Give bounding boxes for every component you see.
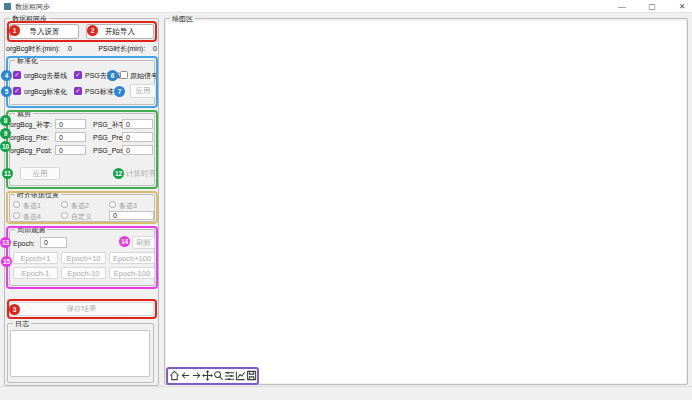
epoch-plus1-button[interactable]: Epoch+1 bbox=[13, 252, 58, 264]
badge-5: 5 bbox=[1, 86, 12, 97]
forward-icon[interactable] bbox=[191, 370, 202, 381]
badge-11: 11 bbox=[2, 168, 13, 179]
save-icon[interactable] bbox=[246, 370, 257, 381]
normalize-group-title: 标准化 bbox=[15, 57, 40, 65]
badge-9: 9 bbox=[0, 128, 11, 139]
option2-label: 备选2 bbox=[71, 201, 89, 210]
badge-15: 15 bbox=[1, 256, 12, 267]
option4-label: 备选4 bbox=[23, 212, 41, 221]
option3-label: 备选3 bbox=[119, 201, 137, 210]
orgbcg-detrend-label: orgBcg去基线 bbox=[24, 71, 67, 80]
raw-signal-label: 原始信号 bbox=[130, 71, 158, 80]
badge-6: 6 bbox=[107, 70, 118, 81]
orgbcg-pre-input[interactable]: 0 bbox=[55, 132, 86, 142]
badge-7: 7 bbox=[114, 86, 125, 97]
psg-zeropad-input[interactable]: 0 bbox=[122, 119, 153, 129]
minimize-button[interactable]: — bbox=[614, 1, 630, 12]
psg-norm-checkbox[interactable] bbox=[74, 87, 82, 95]
epoch-plus10-button[interactable]: Epoch+10 bbox=[61, 252, 106, 264]
subplots-icon[interactable] bbox=[224, 370, 235, 381]
local-group-title: 局部观测 bbox=[15, 226, 47, 234]
psg-duration-label: PSG时长(min): bbox=[98, 45, 145, 52]
pan-icon[interactable] bbox=[202, 370, 213, 381]
badge-10: 10 bbox=[0, 141, 11, 152]
epoch-input[interactable]: 0 bbox=[40, 237, 67, 248]
orgbcg-post-label: orgBcg_Post: bbox=[10, 146, 52, 155]
psg-pre-label: PSG_Pre: bbox=[93, 133, 125, 142]
option3-radio[interactable] bbox=[109, 201, 116, 208]
import-settings-button[interactable]: 导入设置 bbox=[10, 24, 79, 39]
epoch-minus1-button[interactable]: Epoch-1 bbox=[13, 267, 58, 279]
orgbcg-post-input[interactable]: 0 bbox=[55, 145, 86, 155]
option2-radio[interactable] bbox=[61, 201, 68, 208]
log-group-title: 日志 bbox=[13, 320, 31, 328]
badge-2: 2 bbox=[87, 25, 98, 36]
back-icon[interactable] bbox=[180, 370, 191, 381]
orgbcg-norm-checkbox[interactable] bbox=[13, 87, 21, 95]
epoch-label: Epoch: bbox=[13, 239, 35, 248]
app-window: 数据粗同步 — ▢ ✕ 数据粗同步 导入设置 开始导入 1 2 orgBcg时长… bbox=[0, 0, 692, 400]
normalize-group: 标准化 bbox=[9, 60, 155, 105]
orgbcg-pre-label: orgBcg_Pre: bbox=[10, 133, 49, 142]
left-panel-title: 数据粗同步 bbox=[10, 15, 49, 23]
orgbcg-detrend-checkbox[interactable] bbox=[13, 71, 21, 79]
home-icon[interactable] bbox=[169, 370, 180, 381]
titlebar: 数据粗同步 — ▢ ✕ bbox=[0, 0, 692, 13]
epoch-minus10-button[interactable]: Epoch-10 bbox=[61, 267, 106, 279]
psg-detrend-checkbox[interactable] bbox=[74, 71, 82, 79]
option4-radio[interactable] bbox=[13, 212, 20, 219]
badge-13: 13 bbox=[0, 237, 11, 248]
plot-toolbar bbox=[169, 370, 257, 381]
orgbcg-duration-label: orgBcg时长(min): bbox=[6, 45, 60, 52]
save-results-button[interactable]: 保存结果 bbox=[9, 302, 154, 316]
badge-3: 3 bbox=[9, 304, 20, 315]
custom-label: 自定义 bbox=[71, 212, 92, 221]
plot-group-title: 绘图区 bbox=[170, 15, 195, 23]
align-group-title: 时齐依据位置 bbox=[15, 191, 61, 199]
statusbar: 0% bbox=[0, 386, 692, 400]
orgbcg-zeropad-input[interactable]: 0 bbox=[55, 119, 86, 129]
plot-canvas[interactable] bbox=[166, 21, 686, 383]
close-button[interactable]: ✕ bbox=[674, 1, 690, 12]
custom-position-input[interactable]: 0 bbox=[109, 211, 154, 220]
normalize-apply-button[interactable]: 应用 bbox=[130, 84, 156, 98]
badge-12: 12 bbox=[113, 168, 124, 179]
badge-14: 14 bbox=[119, 236, 130, 247]
badge-8: 8 bbox=[0, 115, 11, 126]
orgbcg-norm-label: orgBcg标准化 bbox=[24, 87, 67, 96]
app-icon bbox=[4, 3, 11, 10]
zoom-icon[interactable] bbox=[213, 370, 224, 381]
badge-4: 4 bbox=[1, 70, 12, 81]
psg-pre-input[interactable]: 0 bbox=[122, 132, 153, 142]
customize-icon[interactable] bbox=[235, 370, 246, 381]
crop-group-title: 裁剪 bbox=[15, 110, 33, 118]
window-title: 数据粗同步 bbox=[15, 3, 50, 11]
epoch-plus100-button[interactable]: Epoch+100 bbox=[109, 252, 155, 264]
orgbcg-duration-value: 0 bbox=[68, 45, 72, 52]
calc-align-button[interactable]: 计算时齐 bbox=[126, 167, 156, 180]
epoch-minus100-button[interactable]: Epoch-100 bbox=[109, 267, 155, 279]
duration-row: orgBcg时长(min):0 PSG时长(min):0 bbox=[6, 44, 157, 53]
crop-apply-button[interactable]: 应用 bbox=[20, 167, 60, 180]
custom-radio[interactable] bbox=[61, 212, 68, 219]
badge-1: 1 bbox=[9, 25, 20, 36]
psg-duration: PSG时长(min):0 bbox=[98, 44, 157, 53]
raw-signal-checkbox[interactable] bbox=[120, 71, 128, 79]
psg-duration-value: 0 bbox=[153, 45, 157, 52]
orgbcg-duration: orgBcg时长(min):0 bbox=[6, 44, 72, 53]
maximize-button[interactable]: ▢ bbox=[644, 1, 660, 12]
psg-post-input[interactable]: 0 bbox=[122, 145, 153, 155]
orgbcg-zeropad-label: orgBcg_补零: bbox=[10, 120, 52, 129]
refresh-button[interactable]: 刷新 bbox=[132, 236, 155, 249]
option1-radio[interactable] bbox=[13, 201, 20, 208]
option1-label: 备选1 bbox=[23, 201, 41, 210]
log-textarea[interactable] bbox=[10, 330, 150, 377]
